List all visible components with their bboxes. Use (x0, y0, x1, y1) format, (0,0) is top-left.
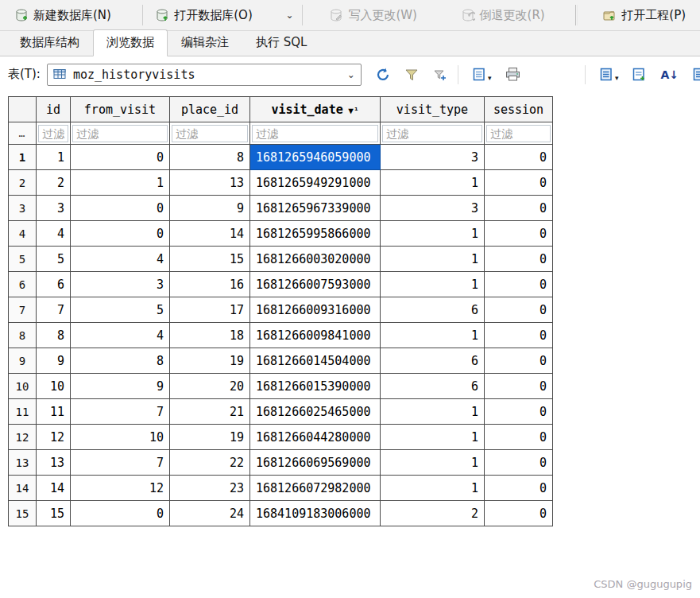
cell-visit_type-row-1[interactable]: 3 (381, 145, 485, 170)
cell-id-row-3[interactable]: 3 (37, 196, 71, 221)
cell-session-row-4[interactable]: 0 (485, 221, 553, 247)
row-number-5[interactable]: 5 (9, 247, 37, 272)
tab-browse-data[interactable]: 浏览数据 (93, 29, 168, 56)
cell-id-row-11[interactable]: 11 (37, 399, 71, 425)
cell-session-row-7[interactable]: 0 (485, 297, 553, 323)
export-view-dropdown-icon[interactable]: ▾ (488, 74, 492, 82)
cell-from_visit-row-9[interactable]: 8 (71, 348, 170, 374)
cell-visit_type-row-8[interactable]: 1 (381, 323, 485, 348)
cell-id-row-4[interactable]: 4 (37, 221, 71, 247)
open-database-button[interactable]: 打开数据库(O) (145, 3, 262, 28)
cell-session-row-13[interactable]: 0 (485, 450, 553, 476)
cell-from_visit-row-11[interactable]: 7 (71, 399, 170, 425)
cell-from_visit-row-7[interactable]: 5 (71, 297, 170, 323)
cell-visit_type-row-2[interactable]: 1 (381, 170, 485, 196)
cell-visit_date-row-7[interactable]: 1681266009316000 (250, 297, 381, 323)
column-header-visit_type[interactable]: visit_type (381, 97, 485, 122)
row-number-6[interactable]: 6 (9, 272, 37, 297)
filter-options-button[interactable] (432, 68, 447, 82)
refresh-button[interactable] (375, 67, 391, 83)
column-header-id[interactable]: id (37, 97, 71, 122)
row-number-12[interactable]: 12 (9, 425, 37, 450)
export-view-button[interactable]: ▾ (472, 67, 492, 82)
row-number-1[interactable]: 1 (9, 145, 37, 170)
cell-visit_date-row-15[interactable]: 1684109183006000 (250, 501, 381, 526)
cell-id-row-1[interactable]: 1 (37, 145, 71, 170)
tab-execute-sql[interactable]: 执行 SQL (242, 29, 320, 56)
cell-place_id-row-13[interactable]: 22 (170, 450, 250, 476)
cell-from_visit-row-13[interactable]: 7 (71, 450, 170, 476)
open-database-dropdown-icon[interactable]: ⌄ (280, 6, 299, 24)
filter-all-button[interactable]: … (9, 122, 37, 145)
cell-session-row-15[interactable]: 0 (485, 501, 553, 526)
cell-visit_date-row-9[interactable]: 1681266014504000 (250, 348, 381, 374)
cell-place_id-row-12[interactable]: 19 (170, 425, 250, 450)
cell-visit_type-row-4[interactable]: 1 (381, 221, 485, 247)
cell-place_id-row-3[interactable]: 9 (170, 196, 250, 221)
cell-from_visit-row-12[interactable]: 10 (71, 425, 170, 450)
cell-visit_type-row-10[interactable]: 6 (381, 374, 485, 399)
tab-database-structure[interactable]: 数据库结构 (6, 29, 93, 56)
cell-from_visit-row-10[interactable]: 9 (71, 374, 170, 399)
cell-id-row-13[interactable]: 13 (37, 450, 71, 476)
cell-visit_date-row-10[interactable]: 1681266015390000 (250, 374, 381, 399)
tab-edit-pragmas[interactable]: 编辑杂注 (168, 29, 242, 56)
cell-place_id-row-4[interactable]: 14 (170, 221, 250, 247)
cell-session-row-2[interactable]: 0 (485, 170, 553, 196)
open-project-button[interactable]: 打开工程(P) (593, 3, 695, 28)
cell-visit_type-row-9[interactable]: 6 (381, 348, 485, 374)
cell-from_visit-row-3[interactable]: 0 (71, 196, 170, 221)
filter-input-from_visit[interactable]: 过滤 (72, 125, 168, 142)
row-number-13[interactable]: 13 (9, 450, 37, 476)
cell-visit_date-row-4[interactable]: 1681265995866000 (250, 221, 381, 247)
cell-visit_date-row-12[interactable]: 1681266044280000 (250, 425, 381, 450)
filter-input-session[interactable]: 过滤 (486, 125, 551, 142)
cell-place_id-row-7[interactable]: 17 (170, 297, 250, 323)
table-combobox[interactable]: moz_historyvisits ⌄ (47, 64, 362, 86)
cell-from_visit-row-1[interactable]: 0 (71, 145, 170, 170)
cell-session-row-11[interactable]: 0 (485, 399, 553, 425)
cell-session-row-14[interactable]: 0 (485, 476, 553, 501)
cell-session-row-12[interactable]: 0 (485, 425, 553, 450)
cell-id-row-14[interactable]: 14 (37, 476, 71, 501)
cell-id-row-8[interactable]: 8 (37, 323, 71, 348)
column-header-session[interactable]: session (485, 97, 553, 122)
cell-visit_type-row-3[interactable]: 3 (381, 196, 485, 221)
cell-visit_date-row-11[interactable]: 1681266025465000 (250, 399, 381, 425)
cell-visit_date-row-2[interactable]: 1681265949291000 (250, 170, 381, 196)
cell-visit_date-row-3[interactable]: 1681265967339000 (250, 196, 381, 221)
cell-place_id-row-9[interactable]: 19 (170, 348, 250, 374)
cell-visit_date-row-6[interactable]: 1681266007593000 (250, 272, 381, 297)
row-number-14[interactable]: 14 (9, 476, 37, 501)
cell-visit_type-row-15[interactable]: 2 (381, 501, 485, 526)
print-button[interactable] (505, 67, 521, 82)
cell-session-row-3[interactable]: 0 (485, 196, 553, 221)
filter-input-place_id[interactable]: 过滤 (172, 125, 248, 142)
cell-place_id-row-10[interactable]: 20 (170, 374, 250, 399)
cell-visit_type-row-12[interactable]: 1 (381, 425, 485, 450)
cell-visit_date-row-13[interactable]: 1681266069569000 (250, 450, 381, 476)
column-header-place_id[interactable]: place_id (170, 97, 250, 122)
cell-id-row-10[interactable]: 10 (37, 374, 71, 399)
cell-visit_type-row-13[interactable]: 1 (381, 450, 485, 476)
cell-visit_date-row-14[interactable]: 1681266072982000 (250, 476, 381, 501)
row-number-9[interactable]: 9 (9, 348, 37, 374)
cell-from_visit-row-6[interactable]: 3 (71, 272, 170, 297)
row-number-8[interactable]: 8 (9, 323, 37, 348)
cell-place_id-row-8[interactable]: 18 (170, 323, 250, 348)
save-results-dropdown-icon[interactable]: ▾ (615, 74, 619, 82)
cell-session-row-1[interactable]: 0 (485, 145, 553, 170)
cell-visit_date-row-1[interactable]: 1681265946059000 (250, 145, 381, 170)
column-header-from_visit[interactable]: from_visit (71, 97, 170, 122)
cell-id-row-15[interactable]: 15 (37, 501, 71, 526)
cell-place_id-row-14[interactable]: 23 (170, 476, 250, 501)
cell-visit_type-row-5[interactable]: 1 (381, 247, 485, 272)
cell-visit_type-row-14[interactable]: 1 (381, 476, 485, 501)
cell-visit_type-row-6[interactable]: 1 (381, 272, 485, 297)
cell-place_id-row-2[interactable]: 13 (170, 170, 250, 196)
revert-changes-button[interactable]: 倒退更改(R) (451, 3, 555, 28)
cell-session-row-8[interactable]: 0 (485, 323, 553, 348)
cell-from_visit-row-15[interactable]: 0 (71, 501, 170, 526)
clipped-toolbar-button[interactable] (692, 67, 700, 82)
cell-from_visit-row-5[interactable]: 4 (71, 247, 170, 272)
